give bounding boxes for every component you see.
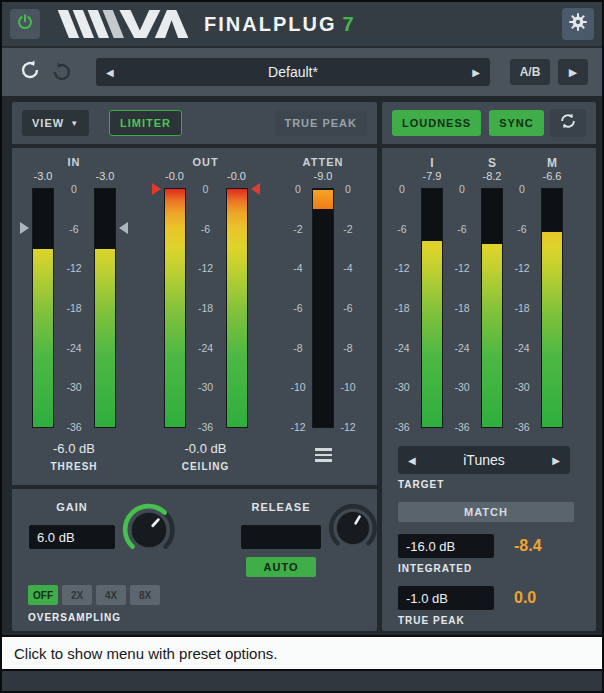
atten-bars: 0-2-4-6-8-10-12 0-2-4-6-8-10-12 [283, 188, 363, 433]
loudness-toolbar: LOUDNESS SYNC [382, 102, 596, 148]
true-peak-toggle[interactable]: TRUE PEAK [274, 110, 367, 136]
power-button[interactable] [10, 9, 40, 39]
threshold-marker-right[interactable] [119, 222, 128, 234]
limiter-panel: VIEW ▼ LIMITER TRUE PEAK IN -3.0 -3.0 [12, 102, 377, 631]
preset-selector[interactable]: ◀ Default* ▶ [96, 58, 490, 86]
out-scale: 0-6-12-18-24-30-36 [190, 183, 222, 433]
atten-scale-right: 0-2-4-6-8-10-12 [337, 183, 359, 433]
limiter-meters: IN -3.0 -3.0 0-6-12-18-24-30-36 [12, 148, 377, 485]
preset-bar: ◀ Default* ▶ A/B ▶ [2, 46, 602, 98]
target-section: ◀ iTunes ▶ TARGET MATCH -16.0 dB -8.4 IN… [382, 436, 596, 626]
meter-menu-button[interactable] [309, 445, 337, 465]
integrated-meter [421, 188, 443, 428]
momentary-meter [541, 188, 563, 428]
chevron-down-icon: ▼ [70, 119, 79, 128]
in-meter-group: IN -3.0 -3.0 0-6-12-18-24-30-36 [20, 156, 128, 485]
out-meter-left [164, 188, 186, 428]
ceiling-marker-left[interactable] [152, 183, 161, 195]
header-bar: FINALPLUG7 [2, 2, 602, 46]
plugin-title: FINALPLUG7 [204, 13, 356, 36]
preset-prev-icon[interactable]: ◀ [106, 67, 114, 78]
view-menu-button[interactable]: VIEW ▼ [22, 110, 89, 136]
true-peak-row: -1.0 dB 0.0 [398, 586, 584, 610]
match-button[interactable]: MATCH [398, 502, 574, 522]
gain-knob[interactable] [120, 501, 178, 563]
out-meter-right [226, 188, 248, 428]
undo-icon [19, 59, 41, 85]
atten-meter [312, 188, 334, 428]
out-peak-left: -0.0 [158, 170, 192, 188]
in-meter-left-unlit [33, 189, 53, 249]
in-peak-left: -3.0 [26, 170, 60, 188]
gain-value-field[interactable]: 6.0 dB [29, 525, 115, 549]
target-name: iTunes [416, 452, 553, 468]
preset-next-icon[interactable]: ▶ [472, 67, 480, 78]
release-knob[interactable] [326, 501, 380, 577]
status-message: Click to show menu with preset options. [14, 645, 277, 662]
atten-peak: -9.0 [314, 170, 333, 188]
oversampling-4x-button[interactable]: 4X [96, 585, 126, 605]
loudness-scale-2: 0-6-12-18-24-30-36 [450, 183, 474, 433]
target-selector[interactable]: ◀ iTunes ▶ [398, 446, 570, 474]
loudness-meters: 0-6-12-18-24-30-36 I -7.9 0-6-12-18-24-3… [382, 148, 596, 436]
redo-icon [51, 61, 73, 83]
threshold-caption: THRESH [50, 461, 97, 472]
loudness-panel: LOUDNESS SYNC 0-6-12-18-24-30-36 [382, 102, 596, 631]
limiter-toolbar: VIEW ▼ LIMITER TRUE PEAK [12, 102, 377, 148]
short-term-meter [481, 188, 503, 428]
target-label: TARGET [398, 479, 584, 490]
auto-release-button[interactable]: AUTO [246, 557, 316, 577]
integrated-label-i: I [430, 156, 433, 170]
ab-compare-button[interactable]: A/B [510, 59, 550, 85]
atten-meter-group: ATTEN -9.0 0-2-4-6-8-10-12 0-2-4-6-8-10-… [283, 156, 363, 485]
integrated-label: INTEGRATED [398, 563, 584, 574]
wave-arts-logo [54, 8, 194, 40]
preset-name: Default* [114, 64, 473, 80]
footer-bar [2, 669, 602, 691]
view-label: VIEW [32, 117, 64, 129]
limiter-toggle[interactable]: LIMITER [109, 110, 182, 136]
title-text: FINALPLUG [204, 13, 336, 35]
integrated-row: -16.0 dB -8.4 [398, 534, 584, 558]
redo-button[interactable] [48, 58, 76, 86]
target-next-icon[interactable]: ▶ [552, 455, 560, 466]
in-bars: 0-6-12-18-24-30-36 [20, 188, 128, 433]
in-peak-right: -3.0 [88, 170, 122, 188]
threshold-marker-left[interactable] [20, 222, 29, 234]
title-version: 7 [342, 13, 355, 35]
oversampling-off-button[interactable]: OFF [28, 585, 58, 605]
atten-active-band [313, 190, 333, 209]
preset-menu-button[interactable]: ▶ [558, 59, 588, 85]
oversampling-2x-button[interactable]: 2X [62, 585, 92, 605]
in-label: IN [68, 156, 81, 170]
loudness-scale-3: 0-6-12-18-24-30-36 [510, 183, 534, 433]
short-term-label-s: S [488, 156, 496, 170]
oversampling-8x-button[interactable]: 8X [130, 585, 160, 605]
loudness-toggle[interactable]: LOUDNESS [392, 110, 481, 136]
threshold-value[interactable]: -6.0 dB [53, 441, 95, 459]
gear-icon [568, 12, 588, 36]
ceiling-value[interactable]: -0.0 dB [185, 441, 227, 459]
status-bar: Click to show menu with preset options. [2, 635, 602, 669]
reset-meters-button[interactable] [550, 109, 586, 137]
release-label: RELEASE [252, 501, 311, 517]
momentary-meter-column: M -6.6 [534, 156, 570, 436]
undo-button[interactable] [16, 58, 44, 86]
ceiling-caption: CEILING [182, 461, 230, 472]
release-value-field[interactable] [241, 525, 321, 549]
settings-button[interactable] [562, 8, 594, 40]
integrated-target-field[interactable]: -16.0 dB [398, 534, 494, 558]
out-peak-right: -0.0 [220, 170, 254, 188]
sync-toggle[interactable]: SYNC [489, 110, 544, 136]
out-meter-group: OUT -0.0 -0.0 0-6-12-18-24-30-36 [152, 156, 260, 485]
refresh-icon [558, 111, 578, 135]
true-peak-target-field[interactable]: -1.0 dB [398, 586, 494, 610]
ceiling-marker-right[interactable] [251, 183, 260, 195]
atten-label: ATTEN [303, 156, 344, 170]
power-icon [16, 13, 34, 35]
out-bars: 0-6-12-18-24-30-36 [152, 188, 260, 433]
target-prev-icon[interactable]: ◀ [408, 455, 416, 466]
short-term-meter-column: S -8.2 [474, 156, 510, 436]
atten-scale-left: 0-2-4-6-8-10-12 [287, 183, 309, 433]
in-scale: 0-6-12-18-24-30-36 [58, 183, 90, 433]
